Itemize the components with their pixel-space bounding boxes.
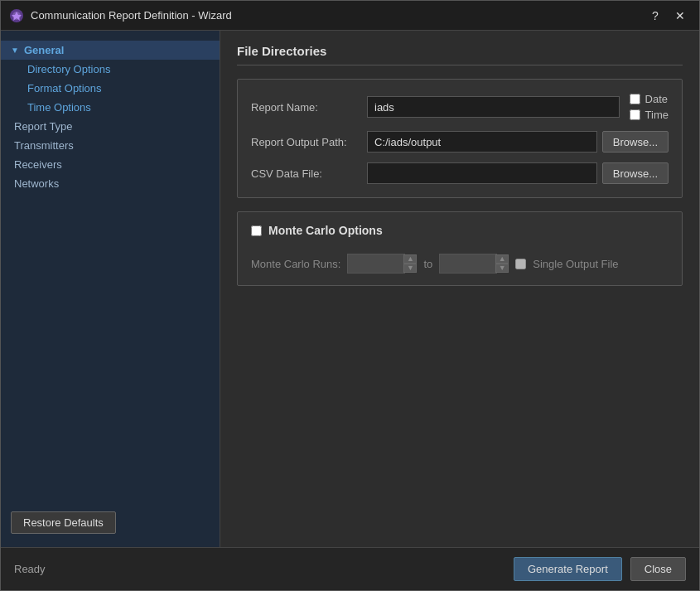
- footer: Ready Generate Report Close: [1, 547, 699, 590]
- monte-carlo-to-input: [439, 254, 497, 274]
- browse-output-path-button[interactable]: Browse...: [602, 131, 669, 153]
- report-output-path-label: Report Output Path:: [251, 136, 367, 148]
- sidebar-item-networks-label: Networks: [14, 177, 59, 190]
- monte-carlo-from-input: [347, 254, 405, 274]
- date-checkbox[interactable]: [630, 94, 640, 104]
- sidebar-item-report-type[interactable]: Report Type: [1, 117, 220, 136]
- sidebar-item-general-label: General: [24, 44, 64, 56]
- date-checkbox-row: Date: [630, 93, 669, 105]
- sidebar-item-networks[interactable]: Networks: [1, 174, 220, 193]
- window-controls: ? ✕: [644, 7, 691, 25]
- report-output-path-row: Report Output Path: Browse...: [251, 131, 669, 153]
- sidebar-item-format-options[interactable]: Format Options: [1, 79, 220, 98]
- panel-title: File Directories: [237, 44, 683, 65]
- monte-carlo-from-down: ▼: [403, 264, 417, 273]
- window-title: Communication Report Definition - Wizard: [31, 9, 644, 22]
- sidebar-item-general[interactable]: ▼ General: [1, 41, 220, 60]
- sidebar-item-receivers[interactable]: Receivers: [1, 155, 220, 174]
- sidebar-item-time-options-label: Time Options: [27, 101, 91, 114]
- sidebar-item-transmitters[interactable]: Transmitters: [1, 136, 220, 155]
- sidebar: ▼ General Directory Options Format Optio…: [1, 31, 220, 547]
- monte-carlo-checkbox[interactable]: [251, 225, 262, 236]
- title-bar: Communication Report Definition - Wizard…: [1, 1, 699, 31]
- monte-carlo-to-down: ▼: [495, 264, 509, 273]
- sidebar-item-directory-options-label: Directory Options: [27, 63, 110, 75]
- monte-carlo-label: Monte Carlo Options: [268, 224, 383, 237]
- sidebar-item-format-options-label: Format Options: [27, 82, 102, 94]
- monte-carlo-header: Monte Carlo Options: [251, 224, 669, 237]
- csv-data-file-input[interactable]: [367, 162, 597, 184]
- time-checkbox-row: Time: [630, 109, 669, 121]
- file-directories-section: Report Name: Date Time: [237, 79, 683, 198]
- csv-data-file-row: CSV Data File: Browse...: [251, 162, 669, 184]
- monte-carlo-from-up: ▲: [403, 254, 417, 264]
- sidebar-item-directory-options[interactable]: Directory Options: [1, 60, 220, 79]
- monte-carlo-runs-label: Monte Carlo Runs:: [251, 258, 340, 270]
- time-checkbox[interactable]: [630, 109, 640, 120]
- time-label: Time: [645, 109, 669, 121]
- monte-carlo-body: Monte Carlo Runs: ▲ ▼ to ▲: [251, 247, 669, 274]
- sidebar-item-transmitters-label: Transmitters: [14, 139, 74, 152]
- status-text: Ready: [14, 563, 46, 575]
- monte-carlo-to-stepper: ▲ ▼: [495, 254, 509, 273]
- main-window: Communication Report Definition - Wizard…: [0, 0, 700, 591]
- right-panel: File Directories Report Name: Date Tim: [220, 31, 699, 547]
- single-output-file-checkbox: [515, 259, 526, 269]
- restore-defaults-button[interactable]: Restore Defaults: [11, 511, 116, 534]
- report-name-input[interactable]: [367, 96, 620, 118]
- csv-data-file-label: CSV Data File:: [251, 167, 367, 180]
- close-button[interactable]: Close: [630, 557, 686, 581]
- report-output-path-input[interactable]: [367, 131, 597, 153]
- sidebar-item-time-options[interactable]: Time Options: [1, 98, 220, 117]
- main-content: ▼ General Directory Options Format Optio…: [1, 31, 699, 547]
- close-window-button[interactable]: ✕: [669, 7, 691, 25]
- sidebar-nav: ▼ General Directory Options Format Optio…: [1, 37, 220, 196]
- monte-carlo-from-stepper: ▲ ▼: [403, 254, 417, 273]
- generate-report-button[interactable]: Generate Report: [514, 557, 622, 581]
- report-name-row: Report Name: Date Time: [251, 93, 669, 121]
- help-button[interactable]: ?: [644, 7, 666, 25]
- monte-carlo-to-label: to: [423, 258, 432, 270]
- sidebar-item-receivers-label: Receivers: [14, 158, 62, 171]
- monte-carlo-to-input-group: ▲ ▼: [439, 254, 509, 274]
- date-label: Date: [645, 93, 668, 105]
- date-time-checkboxes: Date Time: [630, 93, 669, 121]
- sidebar-footer: Restore Defaults: [1, 505, 220, 540]
- monte-carlo-to-up: ▲: [495, 254, 509, 264]
- monte-carlo-runs-row: Monte Carlo Runs: ▲ ▼ to ▲: [251, 254, 669, 274]
- sidebar-item-report-type-label: Report Type: [14, 120, 73, 133]
- report-name-label: Report Name:: [251, 101, 367, 114]
- expand-arrow: ▼: [11, 46, 19, 55]
- browse-csv-button[interactable]: Browse...: [602, 162, 669, 184]
- monte-carlo-section: Monte Carlo Options Monte Carlo Runs: ▲ …: [237, 211, 683, 286]
- app-icon: [9, 8, 24, 23]
- monte-carlo-from-input-group: ▲ ▼: [347, 254, 417, 274]
- single-output-file-label: Single Output File: [533, 258, 618, 270]
